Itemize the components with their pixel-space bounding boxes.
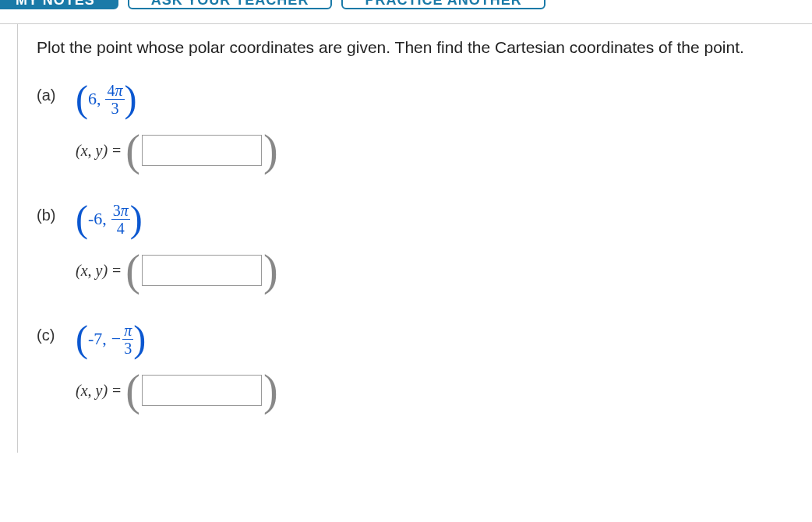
part-b: (b) ( -6 , 3π 4 ) (x, y) = ( — [37, 199, 793, 286]
part-a-label: (a) — [37, 79, 76, 104]
answer-input-a[interactable] — [142, 135, 262, 166]
tab-practice-another[interactable]: PRACTICE ANOTHER — [341, 0, 545, 9]
xy-label: (x, y) — [76, 382, 108, 400]
equals: = — [112, 142, 121, 160]
polar-coords-b: ( -6 , 3π 4 ) — [76, 199, 793, 239]
xy-label: (x, y) — [76, 142, 108, 160]
tab-ask-teacher[interactable]: ASK YOUR TEACHER — [128, 0, 333, 9]
header-tabs: MY NOTES ASK YOUR TEACHER PRACTICE ANOTH… — [0, 0, 812, 9]
answer-row-b: (x, y) = ( ) — [76, 255, 793, 286]
xy-label: (x, y) — [76, 262, 108, 280]
part-b-label: (b) — [37, 199, 76, 224]
answer-row-a: (x, y) = ( ) — [76, 135, 793, 166]
part-c: (c) ( -7 , − π 3 ) (x, y) = ( — [37, 319, 793, 406]
question-prompt: Plot the point whose polar coordinates a… — [37, 38, 793, 57]
question-content: Plot the point whose polar coordinates a… — [18, 24, 812, 453]
part-a: (a) ( 6 , 4π 3 ) (x, y) = ( ) — [37, 79, 793, 166]
answer-row-c: (x, y) = ( ) — [76, 375, 793, 406]
tab-my-notes[interactable]: MY NOTES — [0, 0, 118, 9]
answer-input-b[interactable] — [142, 255, 262, 286]
equals: = — [112, 262, 121, 280]
equals: = — [112, 382, 121, 400]
polar-coords-c: ( -7 , − π 3 ) — [76, 319, 793, 359]
answer-input-c[interactable] — [142, 375, 262, 406]
part-c-label: (c) — [37, 319, 76, 344]
polar-coords-a: ( 6 , 4π 3 ) — [76, 79, 793, 119]
